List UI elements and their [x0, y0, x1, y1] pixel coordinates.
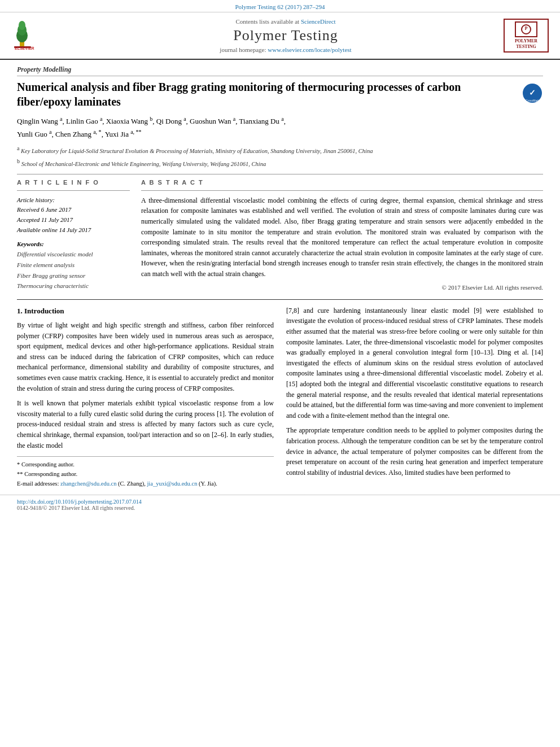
body-col-right: [7,8] and cure hardening instantaneously… [286, 305, 543, 489]
author-4: Qi Dong a, [156, 117, 188, 125]
authors-line: Qinglin Wang a, Linlin Gao a, Xiaoxia Wa… [17, 115, 543, 141]
article-info-panel: A R T I C L E I N F O Article history: R… [17, 179, 130, 291]
svg-point-3 [19, 21, 25, 30]
email-link-1[interactable]: zhangchen@sdu.edu.cn [60, 480, 116, 487]
accepted-date: Accepted 11 July 2017 [17, 215, 130, 225]
received-date: Received 6 June 2017 [17, 205, 130, 215]
keywords-label: Keywords: [17, 241, 130, 247]
journal-header: ELSEVIER Contents lists available at Sci… [0, 12, 560, 60]
affiliation-a: a Key Laboratory for Liquid-Solid Struct… [17, 144, 543, 155]
journal-title: Polymer Testing [68, 27, 504, 44]
copyright: © 2017 Elsevier Ltd. All rights reserved… [141, 284, 543, 291]
email-link-2[interactable]: jia_yuxi@sdu.edu.cn [147, 480, 197, 487]
body-columns: 1. Introduction By virtue of light weigh… [17, 305, 543, 489]
affiliations: a Key Laboratory for Liquid-Solid Struct… [17, 144, 543, 168]
intro-para-4: The appropriate temperature condition ne… [286, 425, 543, 478]
journal-citation: Polymer Testing 62 (2017) 287–294 [235, 3, 325, 10]
journal-logo-right: P POLYMER TESTING [504, 19, 549, 53]
crossmark: ✓ CrossMark [522, 82, 543, 106]
available-date: Available online 14 July 2017 [17, 225, 130, 235]
sciencedirect-link[interactable]: ScienceDirect [301, 18, 336, 25]
body-divider [17, 299, 543, 300]
history-label: Article history: [17, 195, 130, 206]
issn-copyright: 0142-9418/© 2017 Elsevier Ltd. All right… [17, 505, 135, 511]
info-abstract-row: A R T I C L E I N F O Article history: R… [17, 179, 543, 291]
footnote-emails: E-mail addresses: zhangchen@sdu.edu.cn (… [17, 479, 274, 489]
abstract-panel: A B S T R A C T A three-dimensional diff… [141, 179, 543, 291]
svg-text:CrossMark: CrossMark [526, 99, 540, 102]
title-area: ✓ CrossMark Numerical analysis and fiber… [17, 80, 543, 109]
keywords-list: Differential viscoelastic model Finite e… [17, 249, 130, 291]
footnote-star1: * Corresponding author. [17, 460, 274, 470]
author-8: Chen Zhang a, *, [55, 130, 103, 138]
author-5: Guoshun Wan a, [190, 117, 237, 125]
body-col-left: 1. Introduction By virtue of light weigh… [17, 305, 274, 489]
abstract-heading: A B S T R A C T [141, 179, 543, 186]
keyword-2: Finite element analysis [17, 260, 130, 270]
journal-citation-bar: Polymer Testing 62 (2017) 287–294 [0, 0, 560, 12]
section-divider [17, 174, 543, 174]
svg-text:ELSEVIER: ELSEVIER [15, 46, 34, 50]
keywords-section: Keywords: Differential viscoelastic mode… [17, 241, 130, 291]
abstract-divider [141, 190, 543, 191]
author-7: Yunli Guo a, [17, 130, 54, 138]
doi-link[interactable]: http://dx.doi.org/10.1016/j.polymertesti… [17, 499, 142, 505]
article-info-heading: A R T I C L E I N F O [17, 179, 130, 186]
paper-title: Numerical analysis and fiber Bragg grati… [17, 80, 543, 109]
homepage-url[interactable]: www.elsevier.com/locate/polytest [268, 46, 351, 53]
affiliation-b: b School of Mechanical-Electronic and Ve… [17, 157, 543, 168]
info-divider [17, 190, 130, 191]
intro-para-1: By virtue of light weight and high speci… [17, 320, 274, 394]
intro-para-3: [7,8] and cure hardening instantaneously… [286, 305, 543, 421]
section-1-title: 1. Introduction [17, 305, 274, 317]
sciencedirect-line: Contents lists available at ScienceDirec… [68, 18, 504, 25]
intro-para-2: It is well known that polymer materials … [17, 398, 274, 451]
author-6: Tianxiang Du a, [239, 117, 286, 125]
article-history: Article history: Received 6 June 2017 Ac… [17, 195, 130, 235]
keyword-4: Thermocuring characteristic [17, 281, 130, 291]
keyword-1: Differential viscoelastic model [17, 249, 130, 260]
svg-text:✓: ✓ [529, 88, 536, 97]
bottom-bar: http://dx.doi.org/10.1016/j.polymertesti… [0, 495, 560, 514]
section-tag: Property Modelling [17, 65, 543, 76]
author-2: Linlin Gao a, [66, 117, 104, 125]
main-content: Property Modelling ✓ CrossMark Numerical… [0, 60, 560, 489]
footnotes: * Corresponding author. ** Corresponding… [17, 456, 274, 488]
abstract-text: A three-dimensional differential viscoel… [141, 195, 543, 279]
journal-center: Contents lists available at ScienceDirec… [68, 18, 504, 53]
author-1: Qinglin Wang a, [17, 117, 64, 125]
keyword-3: Fiber Bragg grating sensor [17, 270, 130, 281]
footnote-star2: ** Corresponding author. [17, 470, 274, 479]
elsevier-logo: ELSEVIER [11, 19, 68, 53]
journal-homepage: journal homepage: www.elsevier.com/locat… [68, 46, 504, 53]
author-9: Yuxi Jia a, ** [105, 130, 142, 138]
author-3: Xiaoxia Wang b, [106, 117, 155, 125]
